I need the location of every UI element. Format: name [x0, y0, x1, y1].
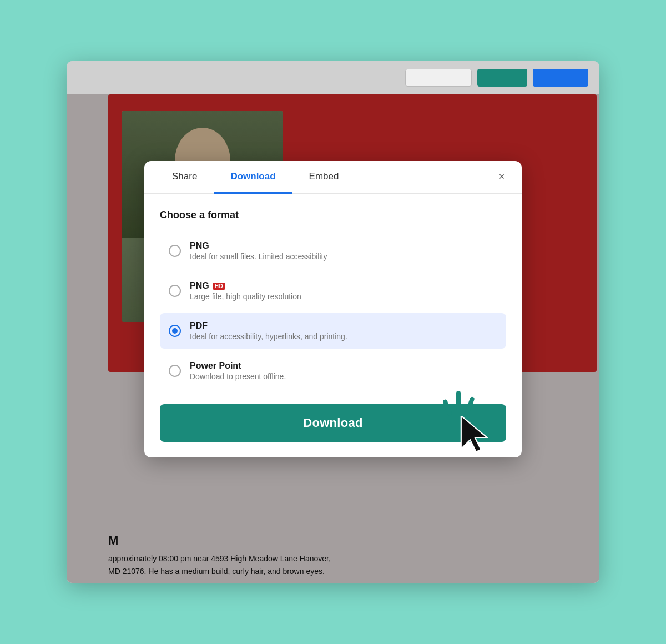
radio-powerpoint[interactable]	[169, 365, 181, 377]
format-option-png-hd[interactable]: PNG HD Large file, high quality resoluti…	[160, 273, 506, 309]
format-info-png: PNG Ideal for small files. Limited acces…	[190, 241, 327, 261]
radio-png[interactable]	[169, 245, 181, 257]
format-option-pdf[interactable]: PDF Ideal for accessibility, hyperlinks,…	[160, 313, 506, 349]
toolbar-blue-button[interactable]	[533, 69, 588, 87]
modal-dialog: Share Download Embed × Choose a format	[144, 161, 522, 457]
format-option-powerpoint[interactable]: Power Point Download to present offline.	[160, 353, 506, 389]
modal-header: Share Download Embed ×	[144, 161, 522, 194]
modal-overlay: Share Download Embed × Choose a format	[67, 94, 599, 583]
tab-embed[interactable]: Embed	[292, 161, 356, 194]
format-info-pdf: PDF Ideal for accessibility, hyperlinks,…	[190, 321, 347, 341]
modal-close-button[interactable]: ×	[493, 168, 511, 186]
format-option-png[interactable]: PNG Ideal for small files. Limited acces…	[160, 233, 506, 269]
format-desc-png: Ideal for small files. Limited accessibi…	[190, 252, 327, 261]
format-name-png: PNG	[190, 241, 327, 251]
hd-badge: HD	[213, 283, 225, 290]
format-info-powerpoint: Power Point Download to present offline.	[190, 361, 286, 381]
toolbar-teal-button[interactable]	[477, 69, 527, 87]
format-desc-pdf: Ideal for accessibility, hyperlinks, and…	[190, 332, 347, 341]
tab-share[interactable]: Share	[155, 161, 214, 194]
page-content: M approximately 08:00 pm near 4593 High …	[67, 94, 599, 583]
format-name-powerpoint: Power Point	[190, 361, 286, 371]
radio-png-hd[interactable]	[169, 285, 181, 297]
format-name-png-hd: PNG HD	[190, 281, 301, 291]
browser-toolbar	[67, 61, 599, 94]
radio-pdf[interactable]	[169, 325, 181, 337]
url-input[interactable]	[405, 69, 472, 87]
format-name-pdf: PDF	[190, 321, 347, 331]
tab-download[interactable]: Download	[214, 161, 292, 194]
format-desc-powerpoint: Download to present offline.	[190, 372, 286, 381]
modal-footer: Download	[144, 393, 522, 457]
format-section-title: Choose a format	[160, 209, 506, 221]
format-desc-png-hd: Large file, high quality resolution	[190, 292, 301, 301]
modal-body: Choose a format PNG Ideal for small file…	[144, 194, 522, 389]
browser-window: M approximately 08:00 pm near 4593 High …	[67, 61, 599, 583]
download-button[interactable]: Download	[160, 404, 506, 442]
format-info-png-hd: PNG HD Large file, high quality resoluti…	[190, 281, 301, 301]
